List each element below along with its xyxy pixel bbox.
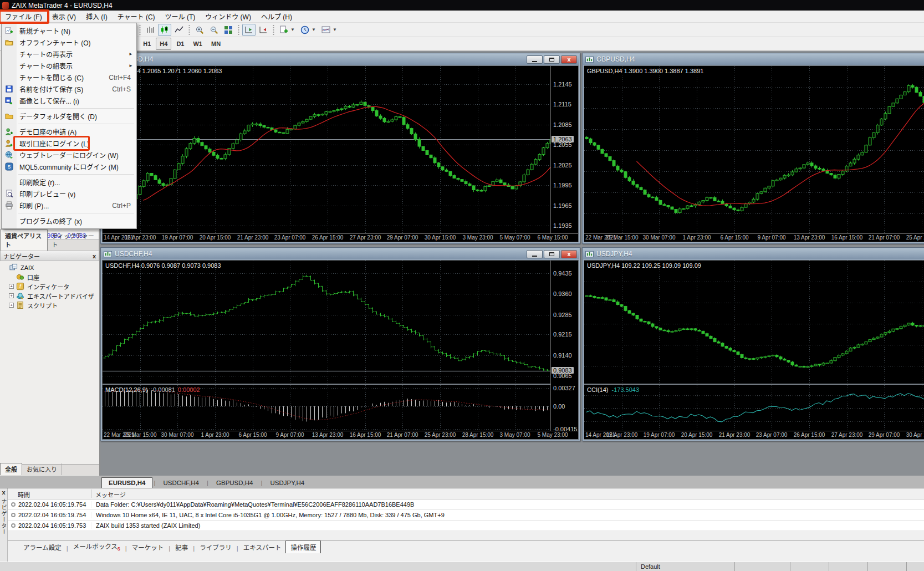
zoom-in-button[interactable] [193,24,206,36]
chart-tab-gbpusd[interactable]: GBPUSD,H4 [210,478,259,488]
column-header-time[interactable]: 時間 [18,490,30,499]
new-chart-dropdown[interactable]: ▼ [277,24,297,36]
candlestick-chart-button[interactable] [158,24,171,36]
timeframe-h1[interactable]: H1 [139,38,155,50]
expand-plus-icon[interactable]: + [9,284,14,289]
expand-plus-icon[interactable]: + [9,293,14,298]
chart-window-eurusd[interactable]: EURUSD,H4xEURUSD,H4 1.2065 1.2071 1.2060… [100,53,580,244]
file-menu-item-3[interactable]: チャートの組表示► [2,60,136,72]
market-watch-tabs: 通貨ペアリストティックチャート [0,239,99,251]
minimize-button[interactable] [527,55,543,64]
tile-windows-button[interactable] [222,24,235,36]
file-menu-item-6[interactable]: 画像として保存... (i) [2,95,136,106]
chart-window-usdchf[interactable]: USDCHF,H4xUSDCHF,H4 0.9076 0.9087 0.9073… [100,247,580,441]
periods-dropdown[interactable]: ▼ [298,24,318,36]
auto-scroll-button[interactable] [257,24,270,36]
navigator-tab[interactable]: 全般 [0,463,22,475]
minimize-button[interactable] [527,250,543,258]
terminal-tab-2[interactable]: マーケット [127,541,169,553]
price-tick: 1.1995 [553,182,572,188]
chart-tab-usdjpy[interactable]: USDJPY,H4 [263,478,311,488]
indicators-dropdown[interactable]: ▼ [319,24,339,36]
file-menu-item-10[interactable]: デモ口座の申請 (A) [2,126,136,137]
terminal-log-row[interactable]: 2022.02.04 16:05:19.754Windows 10 Home x… [8,510,924,521]
chart-window-titlebar[interactable]: GBPUSD,H4x [583,54,924,65]
close-icon[interactable]: x [2,490,5,495]
file-menu-item-15[interactable]: 印刷設定 (r)... [2,176,136,188]
navigator-item-スクリプト[interactable]: +スクリプト [0,300,99,310]
price-scale[interactable]: 0.94350.93600.92850.92150.91400.90650.00… [550,261,578,431]
chart-tab-eurusd[interactable]: EURUSD,H4 [101,477,152,488]
restore-button[interactable] [544,250,560,258]
menu-item-5[interactable]: ウィンドウ (W) [200,11,256,22]
navigator-tab[interactable]: お気に入り [22,463,62,475]
menu-item-file[interactable]: ファイル (F) [0,11,47,22]
navigator-item-インディケータ[interactable]: +fインディケータ [0,282,99,291]
terminal-panel: x ナビゲーター 時間 メッセージ 2022.02.04 16:05:19.75… [0,488,924,562]
terminal-tab-3[interactable]: 記事 [171,541,192,553]
file-menu-item-19[interactable]: プログラムの終了 (x) [2,215,136,227]
terminal-log-row[interactable]: 2022.02.04 16:05:19.754Data Folder: C:¥U… [8,499,924,510]
timeframe-d1[interactable]: D1 [172,38,188,50]
terminal-tab-4[interactable]: ライブラリ [195,541,236,553]
close-button[interactable]: x [561,250,577,258]
bar-chart-button[interactable] [144,24,157,36]
time-axis[interactable]: 22 Mar 202125 Mar 15:0030 Mar 07:001 Apr… [584,233,924,242]
pane-separator[interactable] [584,384,924,385]
file-menu-item-11[interactable]: 取引口座にログイン (L) [2,137,136,149]
pane-separator[interactable] [103,384,578,385]
chart-window-titlebar[interactable]: USDJPY,H4x [583,248,924,259]
file-menu-item-16[interactable]: 印刷プレビュー (v) [2,188,136,200]
line-chart-button[interactable] [172,24,186,36]
file-menu-item-1[interactable]: オフラインチャート (O) [2,37,136,48]
market-watch-tab[interactable]: 通貨ペアリスト [0,230,48,251]
navigator-item-ZAIX[interactable]: ZAIX [0,263,99,272]
chart-window-titlebar[interactable]: USDCHF,H4x [101,248,579,259]
close-button[interactable]: x [561,55,577,64]
timeframe-w1[interactable]: W1 [189,38,206,50]
navigator-item-エキスパートアドバイザ[interactable]: +エキスパートアドバイザ [0,291,99,300]
timeframe-mn[interactable]: MN [207,38,224,50]
time-axis[interactable]: 22 Mar 202125 Mar 15:0030 Mar 07:001 Apr… [103,431,578,439]
menu-item-2[interactable]: 挿入 (I) [81,11,113,22]
terminal-tab-6[interactable]: 操作履歴 [285,541,321,553]
menu-item-4[interactable]: ツール (T) [160,11,201,22]
time-axis[interactable]: 14 Apr 202115 Apr 23:0019 Apr 07:0020 Ap… [103,233,578,242]
terminal-tab-1[interactable]: メールボックス6 [69,540,125,553]
file-menu-item-4[interactable]: チャートを閉じる (C)Ctrl+F4 [2,72,136,83]
chart-window-titlebar[interactable]: EURUSD,H4x [101,54,579,65]
file-menu-item-8[interactable]: データフォルダを開く (D) [2,110,136,122]
terminal-tab-0[interactable]: アラーム設定 [19,541,66,553]
market-watch-tab[interactable]: ティックチャート [48,230,99,251]
expand-plus-icon[interactable]: + [9,303,14,308]
file-menu-item-5[interactable]: 名前を付けて保存 (S)Ctrl+S [2,83,136,95]
chart-window-usdjpy[interactable]: USDJPY,H4xUSDJPY,H4 109.22 109.25 109.09… [582,247,924,441]
restore-button[interactable] [544,55,560,64]
chart-plot[interactable] [584,261,924,383]
terminal-tab-5[interactable]: エキスパート [239,541,286,553]
log-message: Data Folder: C:¥Users¥dy011¥AppData¥Roam… [91,501,414,508]
time-axis[interactable]: 14 Apr 202115 Apr 23:0019 Apr 07:0020 Ap… [584,431,924,439]
status-profile[interactable]: Default [636,562,734,571]
terminal-log-row[interactable]: 2022.02.04 16:05:19.753ZAIX build 1353 s… [8,521,924,531]
timeframe-h4[interactable]: H4 [156,38,171,50]
file-menu-item-13[interactable]: 5MQL5.community にログイン (M) [2,161,136,172]
price-scale[interactable]: 1.21451.21151.20851.20551.20251.19951.19… [550,66,578,233]
chart-plot[interactable] [103,66,553,234]
zoom-out-button[interactable] [207,24,221,36]
file-menu-item-2[interactable]: チャートの再表示► [2,48,136,60]
file-menu-item-12[interactable]: ウェブトレーダーにログイン (W) [2,149,136,161]
navigator-item-口座[interactable]: 口座 [0,272,99,282]
chart-shift-button[interactable] [242,24,256,36]
menu-item-3[interactable]: チャート (C) [113,11,160,22]
chart-plot[interactable] [584,66,924,234]
close-icon[interactable]: x [93,253,96,259]
chart-tab-usdchf[interactable]: USDCHF,H4 [156,478,206,488]
menu-item-6[interactable]: ヘルプ (H) [256,11,297,22]
menu-item-1[interactable]: 表示 (V) [47,11,81,22]
file-menu-item-17[interactable]: 印刷 (P)...Ctrl+P [2,200,136,211]
chart-plot[interactable] [103,261,553,383]
file-menu-item-0[interactable]: 新規チャート (N) [2,25,136,37]
column-header-message[interactable]: メッセージ [95,490,126,499]
chart-window-gbpusd[interactable]: GBPUSD,H4xGBPUSD,H4 1.3900 1.3900 1.3887… [582,53,924,244]
